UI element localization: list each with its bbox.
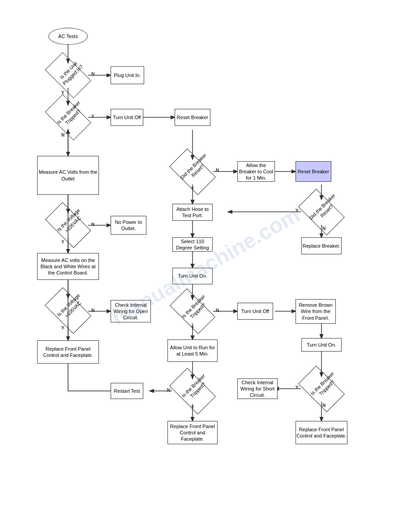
rect-allow-cool: Allow the Breaker to Cool for 1 Min. (237, 161, 275, 182)
flowchart: manualmachine.com (0, 0, 411, 532)
rect-measure-ac-outlet: Measure AC Volts from the Outlet (37, 156, 99, 195)
rect-allow-run: Allow Unit to Run for at Least 5 Min. (167, 339, 218, 362)
rect-attach-hose: Attach Hose to Test Port. (172, 204, 213, 221)
label-d7-y: Y (191, 326, 194, 330)
rect-turn-unit-on-1: Turn Unit On. (172, 268, 213, 284)
label-d5-y: Y (295, 208, 299, 213)
rect-reset-breaker-blue: Reset Breaker (295, 161, 331, 182)
rect-check-open: Check Internal Wiring for Open Circuit. (111, 300, 151, 322)
label-d6-y: Y (61, 326, 64, 330)
rect-select-110: Select 110 Degree Setting (172, 237, 213, 252)
label-d7-n: N (216, 308, 219, 313)
label-d9-n: N (322, 403, 325, 408)
label-d2-n: N (61, 133, 64, 137)
label-d8-y: Y (191, 405, 194, 410)
rect-check-short: Check Internal Wiring for Short Circuit. (237, 378, 278, 399)
start-oval: AC Tests (48, 28, 88, 45)
label-d9-y: Y (295, 385, 299, 390)
rect-replace-breaker: Replace Breaker. (301, 237, 342, 254)
label-d3-n: N (216, 168, 219, 173)
rect-turn-unit-off-2: Turn Unit Off (237, 303, 273, 320)
rect-replace-front-3: Replace Front Panel Control and Faceplat… (295, 421, 347, 444)
label-d4-n: N (91, 222, 94, 227)
label-d8-n: N (167, 388, 170, 393)
rect-measure-ac-board: Measure AC volts on the Black and White … (37, 253, 99, 280)
rect-replace-front-1: Replace Front Panel Control and Faceplat… (37, 340, 99, 364)
label-d1-n: N (91, 72, 94, 77)
label-d6-n: N (91, 308, 94, 313)
rect-restart-test: Restart Test (111, 383, 143, 399)
rect-reset-breaker-1: Reset Breaker (175, 109, 210, 126)
rect-plug-unit: Plug Unit In. (111, 66, 144, 84)
label-d5-n: N (322, 226, 325, 231)
label-d2-y: Y (91, 114, 94, 119)
rect-remove-brown: Remove Brown Wire from the Front Panel. (295, 299, 336, 324)
label-d3-y: Y (191, 186, 194, 191)
label-d1-y: Y (61, 90, 64, 95)
rect-no-power: No Power to Outlet. (111, 216, 146, 235)
label-d4-y: Y (61, 240, 64, 245)
rect-replace-front-2: Replace Front Panel Control and Faceplat… (167, 421, 218, 444)
rect-turn-unit-on-2: Turn Unit On. (301, 338, 342, 352)
rect-turn-unit-off-1: Turn Unit Off (111, 109, 143, 126)
